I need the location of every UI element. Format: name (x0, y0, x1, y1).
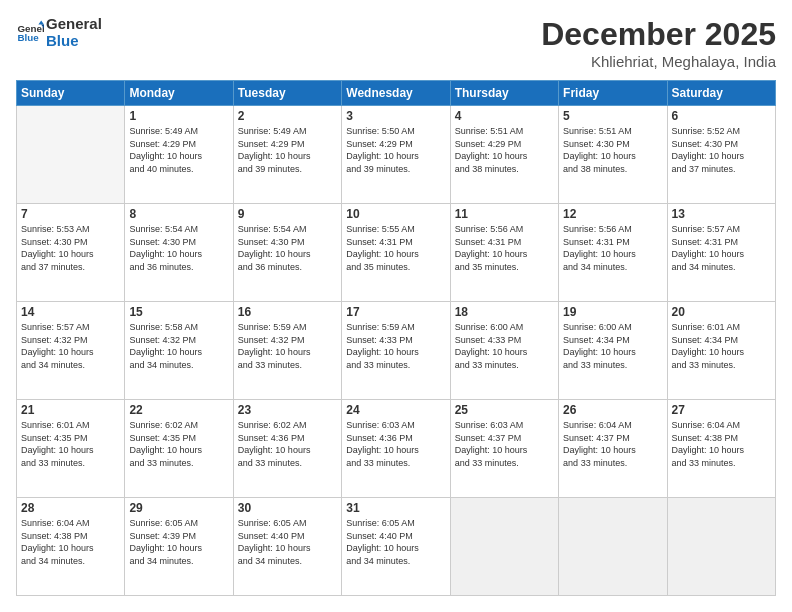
table-row: 3Sunrise: 5:50 AMSunset: 4:29 PMDaylight… (342, 106, 450, 204)
day-number: 2 (238, 109, 337, 123)
day-info: Sunrise: 5:50 AMSunset: 4:29 PMDaylight:… (346, 125, 445, 175)
table-row: 28Sunrise: 6:04 AMSunset: 4:38 PMDayligh… (17, 498, 125, 596)
day-number: 16 (238, 305, 337, 319)
table-row: 24Sunrise: 6:03 AMSunset: 4:36 PMDayligh… (342, 400, 450, 498)
day-number: 3 (346, 109, 445, 123)
table-row: 22Sunrise: 6:02 AMSunset: 4:35 PMDayligh… (125, 400, 233, 498)
table-row: 4Sunrise: 5:51 AMSunset: 4:29 PMDaylight… (450, 106, 558, 204)
table-row: 6Sunrise: 5:52 AMSunset: 4:30 PMDaylight… (667, 106, 775, 204)
day-number: 28 (21, 501, 120, 515)
day-number: 23 (238, 403, 337, 417)
table-row (450, 498, 558, 596)
day-info: Sunrise: 5:58 AMSunset: 4:32 PMDaylight:… (129, 321, 228, 371)
day-info: Sunrise: 6:03 AMSunset: 4:36 PMDaylight:… (346, 419, 445, 469)
day-info: Sunrise: 6:05 AMSunset: 4:40 PMDaylight:… (238, 517, 337, 567)
table-row: 5Sunrise: 5:51 AMSunset: 4:30 PMDaylight… (559, 106, 667, 204)
day-number: 24 (346, 403, 445, 417)
table-row: 16Sunrise: 5:59 AMSunset: 4:32 PMDayligh… (233, 302, 341, 400)
day-info: Sunrise: 5:59 AMSunset: 4:32 PMDaylight:… (238, 321, 337, 371)
table-row: 17Sunrise: 5:59 AMSunset: 4:33 PMDayligh… (342, 302, 450, 400)
table-row: 20Sunrise: 6:01 AMSunset: 4:34 PMDayligh… (667, 302, 775, 400)
day-info: Sunrise: 6:01 AMSunset: 4:35 PMDaylight:… (21, 419, 120, 469)
day-number: 10 (346, 207, 445, 221)
table-row: 23Sunrise: 6:02 AMSunset: 4:36 PMDayligh… (233, 400, 341, 498)
day-info: Sunrise: 5:52 AMSunset: 4:30 PMDaylight:… (672, 125, 771, 175)
month-title: December 2025 (541, 16, 776, 53)
col-wednesday: Wednesday (342, 81, 450, 106)
table-row: 11Sunrise: 5:56 AMSunset: 4:31 PMDayligh… (450, 204, 558, 302)
table-row: 8Sunrise: 5:54 AMSunset: 4:30 PMDaylight… (125, 204, 233, 302)
day-info: Sunrise: 6:05 AMSunset: 4:40 PMDaylight:… (346, 517, 445, 567)
day-number: 17 (346, 305, 445, 319)
day-info: Sunrise: 5:53 AMSunset: 4:30 PMDaylight:… (21, 223, 120, 273)
table-row: 14Sunrise: 5:57 AMSunset: 4:32 PMDayligh… (17, 302, 125, 400)
day-info: Sunrise: 5:49 AMSunset: 4:29 PMDaylight:… (129, 125, 228, 175)
day-number: 11 (455, 207, 554, 221)
day-info: Sunrise: 5:51 AMSunset: 4:29 PMDaylight:… (455, 125, 554, 175)
table-row: 18Sunrise: 6:00 AMSunset: 4:33 PMDayligh… (450, 302, 558, 400)
header: General Blue General Blue December 2025 … (16, 16, 776, 70)
logo-icon: General Blue (16, 19, 44, 47)
table-row: 25Sunrise: 6:03 AMSunset: 4:37 PMDayligh… (450, 400, 558, 498)
day-info: Sunrise: 6:02 AMSunset: 4:35 PMDaylight:… (129, 419, 228, 469)
table-row: 7Sunrise: 5:53 AMSunset: 4:30 PMDaylight… (17, 204, 125, 302)
day-number: 19 (563, 305, 662, 319)
col-saturday: Saturday (667, 81, 775, 106)
day-info: Sunrise: 5:49 AMSunset: 4:29 PMDaylight:… (238, 125, 337, 175)
day-number: 30 (238, 501, 337, 515)
table-row (667, 498, 775, 596)
day-info: Sunrise: 6:05 AMSunset: 4:39 PMDaylight:… (129, 517, 228, 567)
location-title: Khliehriat, Meghalaya, India (541, 53, 776, 70)
calendar-week-row: 14Sunrise: 5:57 AMSunset: 4:32 PMDayligh… (17, 302, 776, 400)
logo-text-blue: Blue (46, 33, 102, 50)
table-row: 29Sunrise: 6:05 AMSunset: 4:39 PMDayligh… (125, 498, 233, 596)
day-number: 26 (563, 403, 662, 417)
day-info: Sunrise: 5:56 AMSunset: 4:31 PMDaylight:… (563, 223, 662, 273)
col-tuesday: Tuesday (233, 81, 341, 106)
day-number: 29 (129, 501, 228, 515)
calendar-week-row: 28Sunrise: 6:04 AMSunset: 4:38 PMDayligh… (17, 498, 776, 596)
day-info: Sunrise: 5:51 AMSunset: 4:30 PMDaylight:… (563, 125, 662, 175)
table-row: 19Sunrise: 6:00 AMSunset: 4:34 PMDayligh… (559, 302, 667, 400)
day-info: Sunrise: 6:04 AMSunset: 4:38 PMDaylight:… (672, 419, 771, 469)
svg-text:Blue: Blue (17, 32, 39, 43)
day-info: Sunrise: 5:57 AMSunset: 4:31 PMDaylight:… (672, 223, 771, 273)
table-row: 1Sunrise: 5:49 AMSunset: 4:29 PMDaylight… (125, 106, 233, 204)
day-number: 21 (21, 403, 120, 417)
calendar-week-row: 7Sunrise: 5:53 AMSunset: 4:30 PMDaylight… (17, 204, 776, 302)
day-info: Sunrise: 6:04 AMSunset: 4:37 PMDaylight:… (563, 419, 662, 469)
day-info: Sunrise: 6:02 AMSunset: 4:36 PMDaylight:… (238, 419, 337, 469)
day-number: 7 (21, 207, 120, 221)
table-row: 31Sunrise: 6:05 AMSunset: 4:40 PMDayligh… (342, 498, 450, 596)
day-number: 20 (672, 305, 771, 319)
day-number: 22 (129, 403, 228, 417)
day-number: 5 (563, 109, 662, 123)
table-row: 30Sunrise: 6:05 AMSunset: 4:40 PMDayligh… (233, 498, 341, 596)
day-info: Sunrise: 6:01 AMSunset: 4:34 PMDaylight:… (672, 321, 771, 371)
title-section: December 2025 Khliehriat, Meghalaya, Ind… (541, 16, 776, 70)
table-row (17, 106, 125, 204)
logo: General Blue General Blue (16, 16, 102, 49)
calendar-table: Sunday Monday Tuesday Wednesday Thursday… (16, 80, 776, 596)
day-number: 6 (672, 109, 771, 123)
day-info: Sunrise: 6:00 AMSunset: 4:34 PMDaylight:… (563, 321, 662, 371)
day-info: Sunrise: 5:54 AMSunset: 4:30 PMDaylight:… (238, 223, 337, 273)
day-info: Sunrise: 5:59 AMSunset: 4:33 PMDaylight:… (346, 321, 445, 371)
table-row: 10Sunrise: 5:55 AMSunset: 4:31 PMDayligh… (342, 204, 450, 302)
day-number: 14 (21, 305, 120, 319)
day-number: 12 (563, 207, 662, 221)
table-row: 12Sunrise: 5:56 AMSunset: 4:31 PMDayligh… (559, 204, 667, 302)
table-row: 21Sunrise: 6:01 AMSunset: 4:35 PMDayligh… (17, 400, 125, 498)
col-sunday: Sunday (17, 81, 125, 106)
day-info: Sunrise: 5:55 AMSunset: 4:31 PMDaylight:… (346, 223, 445, 273)
day-info: Sunrise: 6:04 AMSunset: 4:38 PMDaylight:… (21, 517, 120, 567)
day-number: 1 (129, 109, 228, 123)
day-number: 13 (672, 207, 771, 221)
page: General Blue General Blue December 2025 … (0, 0, 792, 612)
table-row: 2Sunrise: 5:49 AMSunset: 4:29 PMDaylight… (233, 106, 341, 204)
day-info: Sunrise: 6:00 AMSunset: 4:33 PMDaylight:… (455, 321, 554, 371)
calendar-week-row: 1Sunrise: 5:49 AMSunset: 4:29 PMDaylight… (17, 106, 776, 204)
day-number: 9 (238, 207, 337, 221)
day-info: Sunrise: 5:54 AMSunset: 4:30 PMDaylight:… (129, 223, 228, 273)
day-number: 8 (129, 207, 228, 221)
